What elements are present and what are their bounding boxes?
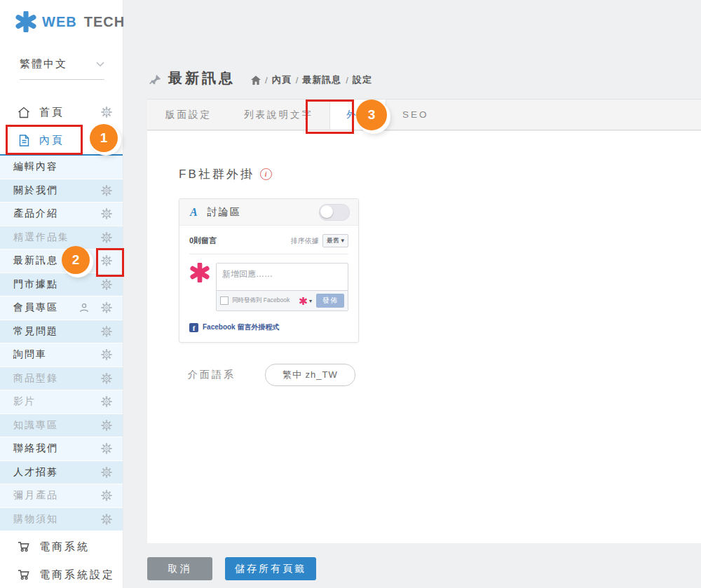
page-header: 最新訊息 / 內頁 / 最新訊息 / 設定 (147, 0, 701, 88)
fb-publish-button[interactable]: 發佈 (316, 294, 344, 308)
interface-language-label: 介面語系 (188, 369, 236, 381)
sidebar-item-label: 精選作品集 (13, 231, 69, 244)
breadcrumb-item-inner-pages[interactable]: 內頁 (272, 74, 292, 86)
gear-icon[interactable] (101, 326, 112, 337)
gear-icon[interactable] (101, 467, 112, 478)
sidebar-item-label: 關於我們 (13, 184, 58, 197)
fb-identity-caret-icon[interactable]: ▾ (309, 298, 312, 304)
page-title: 最新訊息 (168, 69, 236, 88)
gear-icon[interactable] (101, 107, 112, 118)
gear-icon[interactable] (101, 349, 112, 360)
sidebar-item-ecommerce[interactable]: 電商系統 (0, 533, 123, 561)
logo-word-web: WEB (42, 14, 77, 30)
cart-icon (17, 541, 31, 552)
sidebar-item-baby-gift[interactable]: 彌月產品 (0, 484, 123, 508)
annotation-step-1: 1 (90, 124, 118, 152)
fb-sort-dropdown[interactable]: 最舊 ▾ (322, 234, 348, 247)
home-icon[interactable] (251, 76, 261, 85)
fb-plugin-link-text: Facebook 留言外掛程式 (203, 322, 279, 332)
gear-icon[interactable] (101, 420, 112, 431)
sidebar-item-label: 會員專區 (13, 301, 58, 314)
fb-comment-input[interactable]: 新增回應…… (217, 264, 348, 290)
gear-icon[interactable] (101, 373, 112, 384)
sidebar-item-label: 知識專區 (13, 419, 58, 432)
sidebar-item-label: 影片 (13, 395, 36, 408)
gear-icon[interactable] (101, 279, 112, 290)
pin-icon (149, 74, 161, 86)
gear-icon[interactable] (101, 232, 112, 243)
sidebar-item-label: 編輯內容 (13, 160, 58, 173)
app-root: WEB TECH 繁體中文 首頁內頁 編輯內容關於我們產品介紹精選作品集最新訊息… (0, 0, 701, 588)
toggle-knob (320, 205, 333, 218)
sidebar-item-edit-content[interactable]: 編輯內容 (0, 156, 123, 179)
sidebar-item-members[interactable]: 會員專區 (0, 296, 123, 320)
language-selector[interactable]: 繁體中文 (20, 57, 104, 80)
chevron-down-icon (96, 62, 104, 67)
language-selector-label: 繁體中文 (20, 57, 67, 71)
sidebar-item-videos[interactable]: 影片 (0, 390, 123, 414)
facebook-logo-icon: f (189, 323, 198, 332)
person-icon[interactable] (79, 303, 89, 313)
sidebar-item-label: 電商系統設定 (39, 568, 115, 582)
gear-icon[interactable] (101, 255, 112, 266)
plugin-toggle[interactable] (319, 204, 350, 221)
gear-icon[interactable] (101, 514, 112, 525)
fb-post-checkbox[interactable] (220, 296, 229, 305)
annotation-step-3: 3 (356, 100, 387, 130)
plugin-name: 討論區 (207, 206, 241, 219)
sidebar-item-label: 門市據點 (13, 278, 58, 291)
interface-language-row: 介面語系 繁中 zh_TW (188, 364, 355, 386)
footer-actions: 取消 儲存所有頁籤 (147, 557, 316, 580)
sidebar-item-label: 詢問車 (13, 348, 47, 361)
sidebar-item-products[interactable]: 產品介紹 (0, 203, 123, 226)
fb-sort-label: 排序依據 (291, 236, 319, 246)
gear-icon[interactable] (101, 302, 112, 313)
sidebar-item-contact-us[interactable]: 聯絡我們 (0, 437, 123, 461)
breadcrumb-item-latest-news[interactable]: 最新訊息 (302, 74, 341, 86)
fb-comment-box: 新增回應…… 同時發佈到 Facebook ▾ 發佈 (216, 263, 348, 311)
gear-icon[interactable] (101, 396, 112, 407)
save-all-tabs-button[interactable]: 儲存所有頁籤 (225, 557, 316, 580)
breadcrumb-item-settings: 設定 (353, 74, 372, 86)
fb-preview: 0則留言 排序依據 最舊 ▾ 新增回應…… 同時發 (179, 226, 358, 342)
content-panel: FB社群外掛 i A 討論區 0則留言 排序依據 最舊 ▾ (147, 131, 701, 543)
sidebar-item-about-us[interactable]: 關於我們 (0, 179, 123, 203)
sidebar-item-faq[interactable]: 常見問題 (0, 320, 123, 344)
sidebar-item-label: 聯絡我們 (13, 442, 58, 455)
fb-plugin-card: A 討論區 0則留言 排序依據 最舊 ▾ (179, 198, 359, 343)
sidebar-item-inquiry-cart[interactable]: 詢問車 (0, 343, 123, 367)
info-icon[interactable]: i (260, 168, 272, 180)
sidebar-item-label: 常見問題 (13, 325, 58, 338)
interface-language-button[interactable]: 繁中 zh_TW (265, 364, 355, 386)
fb-mini-asterisk-icon (299, 297, 307, 305)
fb-plugin-link[interactable]: f Facebook 留言外掛程式 (189, 322, 348, 332)
sidebar-item-shopping-notice[interactable]: 購物須知 (0, 508, 123, 532)
sidebar-item-label: 首頁 (39, 106, 64, 119)
fb-plugin-card-header: A 討論區 (179, 199, 358, 226)
gear-icon[interactable] (101, 443, 112, 454)
sidebar-item-label: 彌月產品 (13, 489, 58, 502)
tab-list-text[interactable]: 列表說明文字 (228, 100, 329, 130)
sidebar-item-knowledge[interactable]: 知識專區 (0, 414, 123, 438)
sidebar-item-featured-works[interactable]: 精選作品集 (0, 226, 123, 250)
gear-icon[interactable] (101, 185, 112, 196)
tab-seo[interactable]: SEO (386, 100, 445, 130)
sidebar-item-stores[interactable]: 門市據點 (0, 273, 123, 297)
gear-icon[interactable] (101, 208, 112, 219)
sidebar-item-catalog[interactable]: 商品型錄 (0, 367, 123, 391)
sidebar-item-label: 產品介紹 (13, 207, 58, 220)
home-icon (17, 107, 31, 118)
logo: WEB TECH (0, 0, 123, 32)
sidebar: WEB TECH 繁體中文 首頁內頁 編輯內容關於我們產品介紹精選作品集最新訊息… (0, 0, 123, 588)
asterisk-logo-icon (15, 11, 36, 32)
fb-comment-footer: 同時發佈到 Facebook ▾ 發佈 (217, 290, 348, 310)
tab-layout[interactable]: 版面設定 (149, 100, 228, 130)
sidebar-item-home[interactable]: 首頁 (0, 98, 123, 126)
sidebar-item-ecommerce-settings[interactable]: 電商系統設定 (0, 561, 123, 588)
tab-bar: 版面設定列表說明文字外掛SEO (147, 99, 701, 130)
sidebar-item-recruit[interactable]: 人才招募 (0, 461, 123, 485)
fb-post-checkbox-label: 同時發佈到 Facebook (232, 296, 290, 305)
gear-icon[interactable] (101, 490, 112, 501)
cancel-button[interactable]: 取消 (147, 557, 212, 580)
sidebar-item-label: 內頁 (39, 134, 64, 147)
